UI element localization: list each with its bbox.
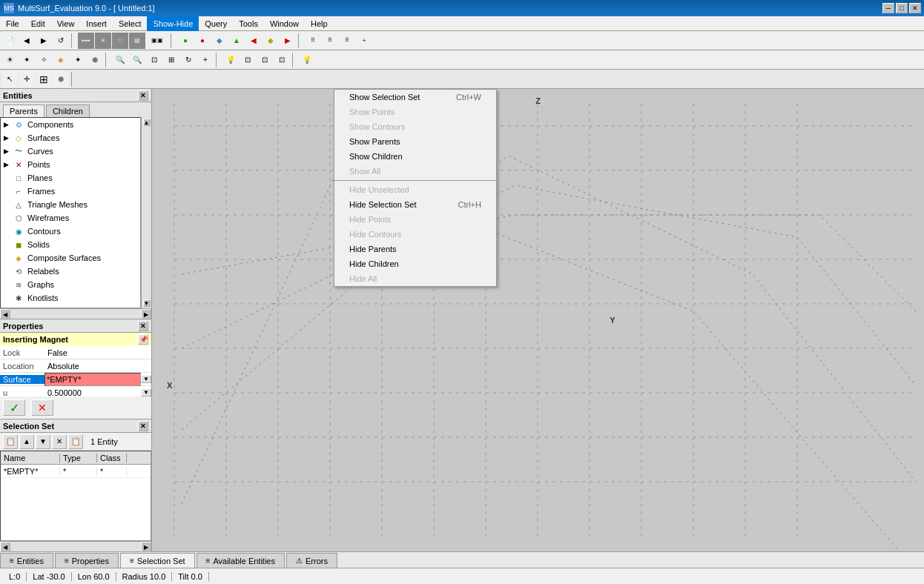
sel-tool3[interactable]: ⊞ — [36, 71, 52, 87]
menu-insert[interactable]: Insert — [80, 16, 113, 31]
tool-btn4[interactable]: + — [356, 33, 372, 49]
list-item[interactable]: ▶✕Points — [1, 158, 140, 171]
sel-up-button[interactable]: ▲ — [19, 434, 34, 449]
menu-window[interactable]: Window — [264, 16, 305, 31]
prop-pin-button[interactable]: 📌 — [138, 334, 148, 345]
list-item[interactable]: ⟲Relabels — [1, 265, 140, 278]
list-item[interactable]: ✱Knotlists — [1, 291, 140, 305]
sel-tool4[interactable]: ⊕ — [53, 71, 69, 87]
tb2-btn2[interactable]: ✦ — [19, 52, 35, 68]
tab-entities[interactable]: ≡ Entities — [0, 553, 53, 568]
shape-btn3[interactable]: ◀ — [245, 33, 262, 49]
shape-btn1[interactable]: ◆ — [211, 33, 228, 49]
tb2-move[interactable]: + — [197, 52, 214, 68]
menu-hide-children[interactable]: Hide Children — [334, 256, 496, 271]
tool-btn1[interactable]: ⠿ — [305, 33, 321, 49]
tb2-btn4[interactable]: ◈ — [53, 52, 69, 68]
tab-properties[interactable]: ≡ Properties — [55, 553, 119, 568]
entities-hscroll[interactable]: ◀ ▶ — [0, 308, 151, 319]
prop-input-surface[interactable] — [44, 373, 141, 386]
sel-delete-button[interactable]: ✕ — [52, 434, 67, 449]
view-btn3[interactable]: ▤ — [129, 33, 145, 49]
forward-button[interactable]: ▶ — [36, 33, 52, 49]
view-btn2[interactable]: □ — [112, 33, 128, 49]
tab-parents[interactable]: Parents — [3, 104, 44, 117]
list-item[interactable]: ⬡Wireframes — [1, 211, 140, 225]
list-item[interactable]: ▶◇Surfaces — [1, 131, 140, 145]
menu-show-parents[interactable]: Show Parents — [334, 134, 496, 149]
light-btn[interactable]: 💡 — [222, 52, 239, 68]
list-item[interactable]: ◉Contours — [1, 225, 140, 238]
tool-btn2[interactable]: ⠿ — [322, 33, 338, 49]
back-button[interactable]: ◀ — [19, 33, 35, 49]
menu-show-hide[interactable]: Show-Hide — [147, 16, 199, 31]
sel-hscroll[interactable]: ◀ ▶ — [0, 541, 151, 551]
list-item[interactable]: ◈Composite Surfaces — [1, 251, 140, 265]
menu-file[interactable]: File — [0, 16, 25, 31]
sel-info-button[interactable]: 📋 — [68, 434, 83, 449]
shape-btn5[interactable]: ▶ — [280, 33, 296, 49]
menu-hide-selection-set[interactable]: Hide Selection Set Ctrl+H — [334, 197, 496, 212]
properties-close-button[interactable]: ✕ — [138, 321, 148, 331]
view-btn4[interactable]: ▣▣ — [146, 33, 168, 49]
list-item[interactable]: ⌐Frames — [1, 185, 140, 198]
tb2-zoom-box[interactable]: ⊞ — [163, 52, 179, 68]
tb2-btn-m1[interactable]: ⊡ — [240, 52, 256, 68]
light-btn2[interactable]: 💡 — [299, 52, 315, 68]
tb2-btn1[interactable]: ☀ — [1, 52, 18, 68]
tab-children[interactable]: Children — [46, 104, 90, 117]
list-item[interactable]: ▶〜Curves — [1, 145, 140, 158]
list-item[interactable]: □Planes — [1, 171, 140, 185]
refresh-button[interactable]: ↺ — [53, 33, 69, 49]
tab-errors[interactable]: ⚠ Errors — [286, 553, 337, 568]
list-item[interactable]: ◼Solids — [1, 238, 140, 251]
tb2-btn-m3[interactable]: ⊡ — [274, 52, 290, 68]
tb2-btn6[interactable]: ⊕ — [87, 52, 103, 68]
sel-row[interactable]: *EMPTY* * * — [1, 465, 151, 478]
tb2-btn5[interactable]: ✦ — [70, 52, 86, 68]
new-button[interactable]: 📄 — [1, 33, 18, 49]
tb2-zoom-fit[interactable]: ⊡ — [146, 52, 162, 68]
sel-tool1[interactable]: ↖ — [1, 71, 18, 87]
minimize-button[interactable]: ─ — [882, 3, 894, 13]
menu-select[interactable]: Select — [113, 16, 148, 31]
red-btn1[interactable]: ● — [194, 33, 211, 49]
tab-selection-set[interactable]: ≡ Selection Set — [120, 553, 195, 568]
tb2-zoom-out[interactable]: 🔍 — [129, 52, 145, 68]
prop-dropdown-surface[interactable]: ▼ — [141, 375, 151, 383]
close-button[interactable]: ✕ — [909, 3, 921, 13]
entities-close-button[interactable]: ✕ — [138, 90, 148, 101]
menu-show-selection-set[interactable]: Show Selection Set Ctrl+W — [334, 90, 496, 104]
green-btn1[interactable]: ● — [177, 33, 194, 49]
canvas-area[interactable]: Z Y X Show Selection Set Ctrl+W Show Poi… — [152, 89, 924, 551]
menu-tools[interactable]: Tools — [233, 16, 264, 31]
list-btn[interactable]: ≡ — [95, 33, 111, 49]
menu-query[interactable]: Query — [199, 16, 233, 31]
tool-btn3[interactable]: ⠿ — [339, 33, 355, 49]
tb2-rotate[interactable]: ↻ — [180, 52, 197, 68]
viewport-canvas[interactable] — [152, 89, 924, 551]
menu-show-children[interactable]: Show Children — [334, 149, 496, 164]
tb2-zoom-in[interactable]: 🔍 — [112, 52, 128, 68]
menu-hide-parents[interactable]: Hide Parents — [334, 242, 496, 256]
sel-new-button[interactable]: 📋 — [3, 434, 18, 449]
shape-btn4[interactable]: ◆ — [263, 33, 279, 49]
list-item[interactable]: ≋Graphs — [1, 278, 140, 291]
prop-dropdown-u[interactable]: ▼ — [141, 388, 151, 396]
confirm-button[interactable]: ✓ — [3, 399, 25, 416]
menu-help[interactable]: Help — [305, 16, 334, 31]
cancel-button[interactable]: ✕ — [31, 399, 53, 416]
sel-down-button[interactable]: ▼ — [36, 434, 50, 449]
list-item[interactable]: ▶⚙Components — [1, 118, 140, 131]
tab-available-entities[interactable]: ≡ Available Entities — [197, 553, 285, 568]
sel-tool2[interactable]: ✛ — [19, 71, 35, 87]
restore-button[interactable]: □ — [896, 3, 908, 13]
tb2-btn-m2[interactable]: ⊡ — [257, 52, 273, 68]
menu-edit[interactable]: Edit — [25, 16, 51, 31]
grid-btn[interactable]: ▪▪▪▪ — [78, 33, 94, 49]
menu-view[interactable]: View — [51, 16, 81, 31]
tb2-btn3[interactable]: ✧ — [36, 52, 52, 68]
entities-scrollbar[interactable]: ▲ ▼ — [141, 117, 151, 308]
selection-close-button[interactable]: ✕ — [138, 421, 148, 431]
list-item[interactable]: △Triangle Meshes — [1, 198, 140, 211]
